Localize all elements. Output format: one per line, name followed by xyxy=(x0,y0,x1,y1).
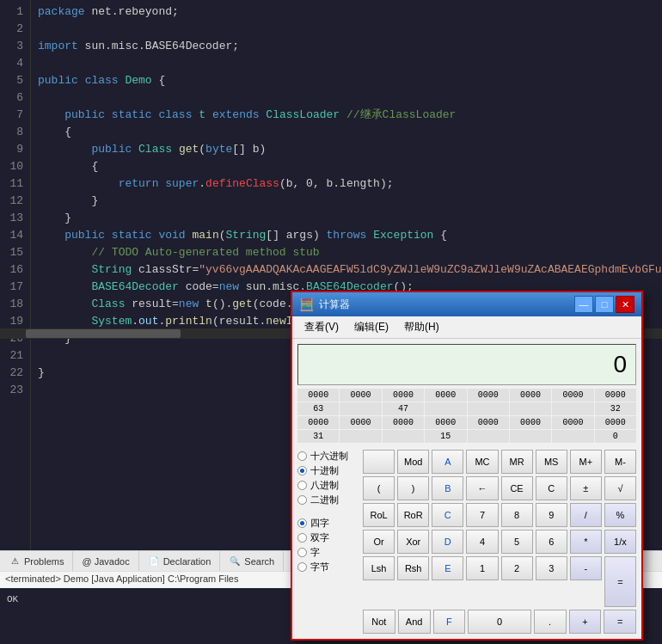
calc-title-text: 计算器 xyxy=(319,297,350,312)
btn-C2[interactable]: C xyxy=(432,503,463,527)
btn-2[interactable]: 2 xyxy=(501,556,533,580)
btn-Xor[interactable]: Xor xyxy=(397,530,429,554)
declaration-icon: 📄 xyxy=(148,555,160,567)
hex-cell: 0000 xyxy=(510,416,551,429)
btn-Not[interactable]: Not xyxy=(363,610,395,634)
btn-Mplus[interactable]: M+ xyxy=(570,450,602,474)
tab-javadoc[interactable]: @ Javadoc xyxy=(73,551,138,571)
calc-row-2: ( ) B ← CE C ± √ xyxy=(363,476,636,500)
radio-dword-label: 双字 xyxy=(310,531,329,544)
calc-button-grid: Mod A MC MR MS M+ M- ( ) B ← CE C ± √ xyxy=(363,450,636,634)
btn-D[interactable]: D xyxy=(432,530,463,554)
btn-8[interactable]: 8 xyxy=(501,503,533,527)
hex-cell xyxy=(552,402,593,415)
radio-oct[interactable]: 八进制 xyxy=(297,479,358,492)
hex-cell: 0 xyxy=(595,430,636,443)
radio-word[interactable]: 字 xyxy=(297,546,358,559)
hex-cell: 0000 xyxy=(425,389,466,402)
btn-RoL[interactable]: RoL xyxy=(363,503,395,527)
btn-MR[interactable]: MR xyxy=(501,450,533,474)
radio-byte-label: 字节 xyxy=(310,561,329,573)
radio-hex[interactable]: 十六进制 xyxy=(297,450,358,463)
btn-subtract[interactable]: - xyxy=(570,556,602,580)
hex-cell: 0000 xyxy=(297,416,339,429)
radio-oct-circle xyxy=(297,481,307,490)
radio-bin[interactable]: 二进制 xyxy=(297,494,358,506)
hex-cell: 0000 xyxy=(595,389,636,402)
btn-equals2[interactable]: = xyxy=(604,610,636,634)
hex-cell: 0000 xyxy=(552,416,593,429)
btn-percent[interactable]: % xyxy=(604,503,636,527)
calc-display: 0 xyxy=(297,344,636,385)
btn-reciprocal[interactable]: 1/x xyxy=(604,530,636,554)
calc-row-3: RoL RoR C 7 8 9 / % xyxy=(363,503,636,527)
radio-dot-qword xyxy=(300,521,304,525)
btn-7[interactable]: 7 xyxy=(466,503,498,527)
btn-E[interactable]: E xyxy=(432,556,463,580)
scrollbar-thumb[interactable] xyxy=(26,329,181,338)
btn-multiply[interactable]: * xyxy=(570,530,602,554)
btn-Or[interactable]: Or xyxy=(363,530,395,554)
radio-bin-label: 二进制 xyxy=(310,494,339,506)
btn-6[interactable]: 6 xyxy=(536,530,567,554)
btn-CE[interactable]: CE xyxy=(501,476,533,500)
btn-F[interactable]: F xyxy=(433,610,466,634)
btn-MS[interactable]: MS xyxy=(536,450,567,474)
btn-add[interactable]: + xyxy=(569,610,602,634)
btn-mod[interactable]: Mod xyxy=(397,450,429,474)
btn-MC[interactable]: MC xyxy=(466,450,498,474)
btn-5[interactable]: 5 xyxy=(501,530,533,554)
btn-C[interactable]: C xyxy=(536,476,567,500)
btn-B[interactable]: B xyxy=(432,476,463,500)
btn-divide[interactable]: / xyxy=(570,503,602,527)
hex-cell: 0000 xyxy=(340,389,381,402)
minimize-button[interactable]: — xyxy=(574,296,593,313)
btn-RoR[interactable]: RoR xyxy=(397,503,429,527)
tab-problems[interactable]: ⚠ Problems xyxy=(0,551,73,571)
radio-qword-circle xyxy=(297,518,307,528)
btn-Mminus[interactable]: M- xyxy=(604,450,636,474)
hex-cell xyxy=(340,430,381,443)
btn-plusminus[interactable]: ± xyxy=(570,476,602,500)
radio-word-label: 字 xyxy=(310,546,320,559)
menu-view[interactable]: 查看(V) xyxy=(297,318,346,336)
radio-dec[interactable]: 十进制 xyxy=(297,464,358,477)
hex-cell xyxy=(468,402,509,415)
calc-row-5: Lsh Rsh E 1 2 3 - = xyxy=(363,556,636,607)
hex-cell: 0000 xyxy=(297,389,339,402)
tab-javadoc-label: @ Javadoc xyxy=(82,556,129,567)
radio-qword[interactable]: 四字 xyxy=(297,517,358,530)
maximize-button[interactable]: □ xyxy=(595,296,614,313)
tab-declaration[interactable]: 📄 Declaration xyxy=(139,551,221,571)
hex-cell: 0000 xyxy=(468,416,509,429)
radio-dword[interactable]: 双字 xyxy=(297,531,358,544)
close-button[interactable]: ✕ xyxy=(616,296,634,313)
btn-empty1[interactable] xyxy=(363,450,395,474)
btn-4[interactable]: 4 xyxy=(466,530,498,554)
calc-title-buttons: — □ ✕ xyxy=(574,296,634,313)
menu-help[interactable]: 帮助(H) xyxy=(397,318,446,336)
radio-byte[interactable]: 字节 xyxy=(297,561,358,573)
btn-1[interactable]: 1 xyxy=(466,556,498,580)
btn-0[interactable]: 0 xyxy=(468,610,531,634)
tab-search-label: Search xyxy=(244,556,274,567)
btn-equals[interactable]: = xyxy=(604,556,636,607)
btn-decimal[interactable]: . xyxy=(534,610,567,634)
btn-Lsh[interactable]: Lsh xyxy=(363,556,395,580)
btn-sqrt[interactable]: √ xyxy=(604,476,636,500)
btn-Rsh[interactable]: Rsh xyxy=(397,556,429,580)
menu-edit[interactable]: 编辑(E) xyxy=(347,318,395,336)
radio-byte-circle xyxy=(297,562,307,572)
radio-word-circle xyxy=(297,548,307,557)
tab-declaration-label: Declaration xyxy=(163,556,211,567)
tab-search[interactable]: 🔍 Search xyxy=(220,551,284,571)
btn-And[interactable]: And xyxy=(398,610,431,634)
btn-9[interactable]: 9 xyxy=(536,503,567,527)
btn-lparen[interactable]: ( xyxy=(363,476,395,500)
radio-qword-label: 四字 xyxy=(310,517,329,530)
btn-backspace[interactable]: ← xyxy=(466,476,498,500)
btn-rparen[interactable]: ) xyxy=(397,476,429,500)
btn-3[interactable]: 3 xyxy=(536,556,567,580)
calculator-titlebar: 🧮 计算器 — □ ✕ xyxy=(292,292,641,316)
btn-A[interactable]: A xyxy=(432,450,463,474)
